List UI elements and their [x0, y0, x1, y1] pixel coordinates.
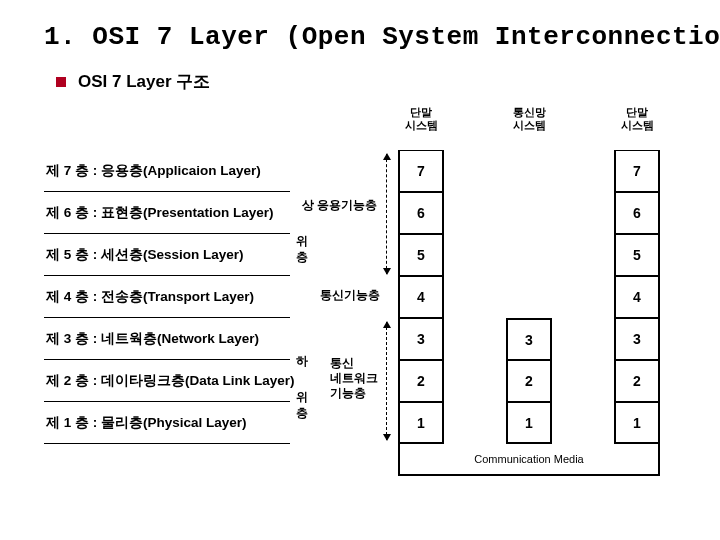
stack-c-cell: 2 [614, 360, 660, 402]
stack-b-cell [506, 150, 552, 192]
layer-row: 제 7 층 : 응용층(Applicaion Layer) 7 7 [44, 150, 684, 192]
stack-b-cell [506, 192, 552, 234]
layer-row: 제 4 층 : 전송층(Transport Layer) 4 4 [44, 276, 684, 318]
subtitle-row: OSI 7 Layer 구조 [0, 52, 720, 93]
communication-media: Communication Media [398, 444, 660, 476]
header-relay-system: 통신망 시스템 [506, 106, 552, 132]
stack-a-cell: 1 [398, 402, 444, 444]
stack-c-cell: 1 [614, 402, 660, 444]
layer-row: 제 2 층 : 데이타링크층(Data Link Layer) 2 2 2 [44, 360, 684, 402]
layer-row: 제 6 층 : 표현층(Presentation Layer) 6 6 [44, 192, 684, 234]
stack-b-cell [506, 276, 552, 318]
header-terminal-right: 단말 시스템 [614, 106, 660, 132]
layer-row: 제 3 층 : 네트웍층(Network Layer) 3 3 3 [44, 318, 684, 360]
stack-b-cell: 3 [506, 318, 552, 360]
stack-c-cell: 4 [614, 276, 660, 318]
layer-label: 제 6 층 : 표현층(Presentation Layer) [44, 192, 290, 234]
layer-label: 제 7 층 : 응용층(Applicaion Layer) [44, 150, 290, 192]
header-terminal-left: 단말 시스템 [398, 106, 444, 132]
layer-label: 제 4 층 : 전송층(Transport Layer) [44, 276, 290, 318]
stack-b-cell: 1 [506, 402, 552, 444]
stack-a-cell: 5 [398, 234, 444, 276]
layer-label: 제 1 층 : 물리층(Physical Layer) [44, 402, 290, 444]
column-headers: 단말 시스템 통신망 시스템 단말 시스템 [398, 106, 660, 132]
layer-row: 제 5 층 : 세션층(Session Layer) 5 5 [44, 234, 684, 276]
page-title: 1. OSI 7 Layer (Open System Interconnect… [0, 0, 720, 52]
stack-b-cell [506, 234, 552, 276]
stack-c-cell: 6 [614, 192, 660, 234]
stack-a-cell: 4 [398, 276, 444, 318]
stack-a-cell: 3 [398, 318, 444, 360]
stack-c-cell: 7 [614, 150, 660, 192]
layer-label: 제 5 층 : 세션층(Session Layer) [44, 234, 290, 276]
stack-b-cell: 2 [506, 360, 552, 402]
osi-diagram: 상 응용기능층 위 층 통신기능층 하 통신 네트워크 기능층 위 층 제 7 … [44, 150, 684, 444]
layer-label: 제 2 층 : 데이타링크층(Data Link Layer) [44, 360, 290, 402]
stack-a-cell: 7 [398, 150, 444, 192]
bullet-icon [56, 77, 66, 87]
stack-a-cell: 2 [398, 360, 444, 402]
stack-c-cell: 5 [614, 234, 660, 276]
stack-c-cell: 3 [614, 318, 660, 360]
layer-row: 제 1 층 : 물리층(Physical Layer) 1 1 1 [44, 402, 684, 444]
layer-label: 제 3 층 : 네트웍층(Network Layer) [44, 318, 290, 360]
subtitle: OSI 7 Layer 구조 [78, 70, 210, 93]
stack-a-cell: 6 [398, 192, 444, 234]
